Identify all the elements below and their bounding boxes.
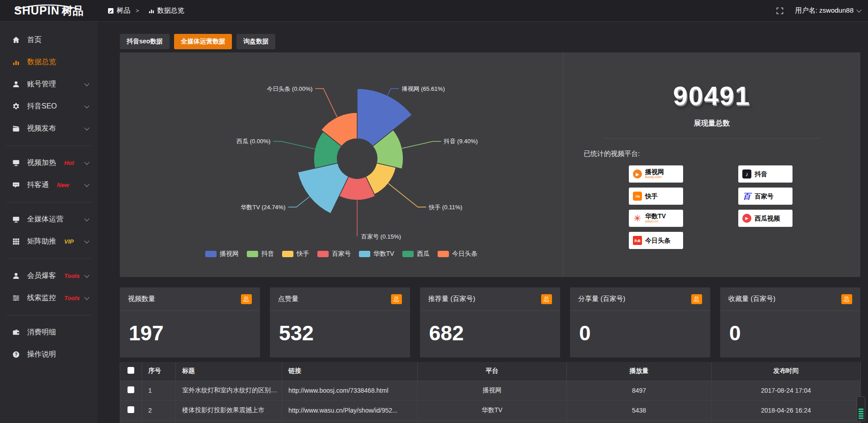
sidebar-item-member-baoke[interactable]: 会员爆客 Tools (0, 265, 98, 287)
pie-slice-4[interactable] (297, 163, 349, 214)
cell-url-link[interactable]: http://www.wasu.cn/Play/show/id/952... (282, 400, 418, 420)
user-menu[interactable]: 用户名: zswodun88 (795, 6, 861, 15)
chevron-down-icon (84, 81, 89, 86)
sidebar-item-video-heat[interactable]: 视频加热 Hot (0, 152, 98, 174)
card-value: 197 (120, 311, 260, 345)
new-badge: New (57, 182, 69, 188)
platform-name: 西瓜视频 (755, 215, 780, 222)
legend-item-1[interactable]: 抖音 (247, 250, 274, 258)
cell-time (712, 420, 861, 423)
platforms-title: 已统计的视频平台: (584, 150, 860, 158)
platform-grid: ▶ 播视网boosj.com Oo 快手 ✳ 华数TVwasu.cn 头条 今日… (629, 165, 860, 249)
screen-icon (12, 159, 20, 167)
column-time: 发布时间 (712, 362, 861, 381)
sidebar-item-video-publish[interactable]: 视频发布 (0, 118, 98, 140)
sidebar-item-data-overview[interactable]: 数据总览 (0, 51, 98, 73)
label-line-5 (273, 141, 315, 149)
select-all-checkbox[interactable] (127, 367, 134, 374)
column-title: 标题 (176, 362, 282, 381)
sidebar-item-douyin-seo[interactable]: 抖音SEO (0, 95, 98, 118)
table-row: 2 楼体投影灯投影效果震撼上市 http://www.wasu.cn/Play/… (120, 400, 861, 420)
summary-area: 90491 展现量总数 已统计的视频平台: ▶ 播视网boosj.com Oo … (563, 52, 860, 277)
chevron-down-icon (84, 238, 89, 243)
slice-label-2: 快手 (0.11%) (429, 204, 462, 211)
sidebar-item-label: 全媒体运营 (27, 215, 63, 224)
member-icon (12, 272, 20, 280)
sidebar-item-matrix-boost[interactable]: 矩阵助推 VIP (0, 230, 98, 253)
legend-item-3[interactable]: 百家号 (317, 250, 351, 258)
tab-douyin-seo[interactable]: 抖音seo数据 (120, 34, 170, 49)
total-badge: 总 (541, 294, 552, 304)
chevron-down-icon (856, 7, 861, 12)
sidebar-item-douketong[interactable]: 抖客通 New (0, 174, 98, 196)
cell-url-link[interactable]: http://www.boosj.com/7338468.html (282, 381, 418, 400)
legend-item-4[interactable]: 华数TV (359, 250, 394, 258)
card-label: 视频数量 (128, 295, 155, 303)
column-platform: 平台 (418, 362, 567, 381)
chevron-down-icon (84, 182, 89, 187)
question-circle-icon: ? (12, 351, 20, 359)
sidebar-item-home[interactable]: 首页 (0, 29, 98, 51)
sidebar-item-account[interactable]: 账号管理 (0, 73, 98, 95)
tools-badge: Tools (64, 295, 80, 301)
row-checkbox[interactable] (127, 406, 134, 413)
monitor-icon (12, 216, 20, 224)
summary-divider (604, 138, 821, 139)
slice-label-4: 华数TV (24.74%) (241, 204, 286, 211)
wallet-icon (12, 329, 20, 337)
slice-label-6: 今日头条 (0.00%) (267, 85, 312, 92)
toutiao-icon: 头条 (633, 236, 642, 245)
card-value: 0 (570, 311, 710, 345)
chevron-down-icon (84, 295, 89, 300)
sidebar-item-lead-monitor[interactable]: 线索监控 Tools (0, 287, 98, 309)
cell-platform: 播视网 (418, 381, 567, 400)
sidebar-item-consumption[interactable]: 消费明细 (0, 321, 98, 343)
platform-badge-boosj: ▶ 播视网boosj.com (629, 165, 683, 183)
card-label: 分享量 (百家号) (578, 295, 625, 303)
logo-arc-icon (14, 5, 82, 10)
tab-media-operation[interactable]: 全媒体运营数据 (174, 34, 232, 49)
rose-chart-svg: 播视网 (65.61%)抖音 (9.40%)快手 (0.11%)百家号 (0.1… (120, 52, 563, 247)
cell-title-link[interactable]: 楼体投影灯投影效果震撼上市 (176, 400, 282, 420)
home-icon (12, 36, 20, 44)
sliders-icon (12, 294, 20, 302)
row-checkbox[interactable] (127, 386, 134, 393)
legend-label: 抖音 (261, 250, 274, 258)
fullscreen-icon[interactable] (776, 7, 783, 14)
svg-text:?: ? (14, 352, 17, 357)
chevron-down-icon (84, 273, 89, 277)
app-logo[interactable]: SHUPIN 树品 (0, 4, 98, 18)
sidebar-item-label: 矩阵助推 (27, 237, 56, 246)
sidebar-item-media-operation[interactable]: 全媒体运营 (0, 208, 98, 230)
usage-bar (859, 415, 863, 417)
sidebar-divider (6, 146, 91, 146)
legend-chip (205, 251, 217, 257)
legend-item-6[interactable]: 今日头条 (438, 250, 477, 258)
grid-icon (12, 238, 20, 246)
breadcrumb-root[interactable]: 树品 (108, 6, 130, 15)
sidebar-item-instructions[interactable]: ? 操作说明 (0, 343, 98, 366)
cell-url-link[interactable] (282, 420, 418, 423)
legend-item-2[interactable]: 快手 (282, 250, 309, 258)
cell-plays: 5438 (567, 400, 712, 420)
rose-chart-area: 播视网 (65.61%)抖音 (9.40%)快手 (0.11%)百家号 (0.1… (120, 52, 563, 277)
legend-label: 快手 (297, 250, 309, 258)
usage-widget[interactable] (857, 396, 865, 421)
platform-name: 播视网 (645, 169, 664, 175)
sidebar: 首页 数据总览 账号管理 抖音SEO 视频发布 视频加热 Hot 抖客通 New… (0, 22, 98, 423)
legend-item-5[interactable]: 西瓜 (402, 250, 429, 258)
chevron-down-icon (84, 160, 89, 164)
card-likes: 点赞量总 532 (270, 287, 410, 357)
sidebar-item-label: 视频发布 (27, 124, 56, 133)
table-header-row: 序号 标题 链接 平台 播放量 发布时间 (120, 362, 861, 381)
label-line-2 (388, 183, 426, 207)
tab-inquiry[interactable]: 询盘数据 (236, 34, 275, 49)
hot-badge: Hot (64, 160, 74, 166)
sidebar-divider (6, 258, 91, 259)
column-link: 链接 (282, 362, 418, 381)
cell-title-link[interactable] (176, 420, 282, 423)
cell-title-link[interactable]: 室外水纹灯和室内水纹灯的区别和简介 (176, 381, 282, 400)
wasu-star-icon: ✳ (633, 214, 642, 223)
card-label: 收藏量 (百家号) (728, 295, 775, 303)
legend-item-0[interactable]: 播视网 (205, 250, 239, 258)
